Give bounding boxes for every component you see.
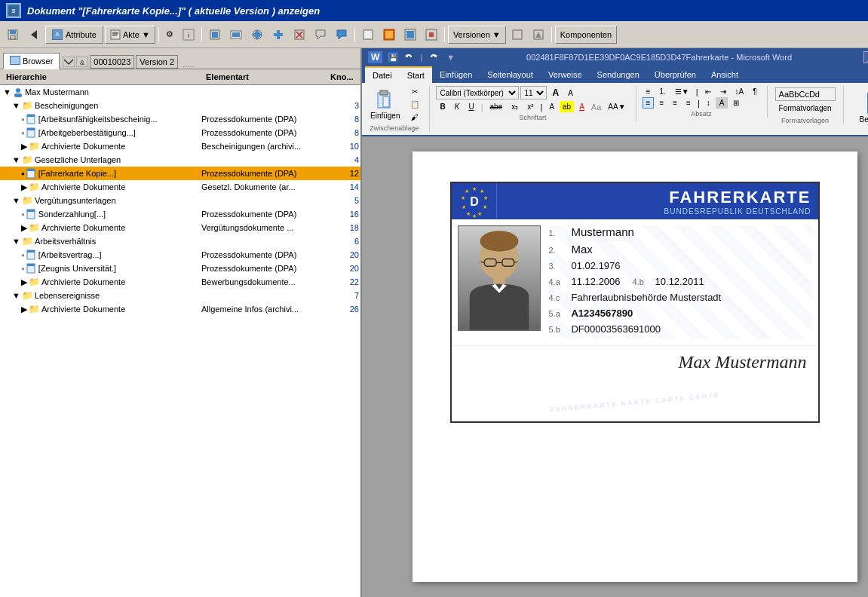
table-row[interactable]: ● [Arbeitsvertrag...] Prozessdokumente (… xyxy=(0,248,360,262)
numbering-button[interactable]: 1. xyxy=(655,86,669,97)
icon-btn-1[interactable] xyxy=(205,26,225,44)
table-row[interactable]: ▶ 📁 Archivierte Dokumente Bewerbungsdoku… xyxy=(0,275,360,289)
browser-tab-bar: Browser & 00010023 Version 2 ..... xyxy=(0,48,360,69)
tab-datei[interactable]: Datei xyxy=(365,66,400,83)
tab-seitenlayout[interactable]: Seitenlayout xyxy=(480,66,541,83)
icon-btn-6[interactable] xyxy=(311,26,330,44)
browser-icon-1[interactable] xyxy=(63,57,75,69)
table-row[interactable]: ▼ 📁 Vergütungsunterlagen 5 xyxy=(0,194,360,207)
signature-area: Max Mustermann xyxy=(452,345,818,378)
grow-font-button[interactable]: A xyxy=(548,86,563,100)
komponenten-button[interactable]: Komponenten xyxy=(555,26,618,44)
browser-tab-label: Browser xyxy=(23,57,53,66)
icon-btn-r3[interactable] xyxy=(400,26,420,44)
increase-indent-button[interactable]: ⇥ xyxy=(716,86,730,97)
align-left-button[interactable]: ≡ xyxy=(643,97,655,109)
folder-icon: 📁 xyxy=(29,304,40,314)
icon-btn-5[interactable] xyxy=(290,26,309,44)
align-center-button[interactable]: ≡ xyxy=(655,97,667,109)
doc-icon xyxy=(26,168,37,179)
table-row[interactable]: ▼ 📁 Gesetzliche Unterlagen 4 xyxy=(0,153,360,167)
tab-start[interactable]: Start xyxy=(400,66,432,83)
svg-marker-24 xyxy=(337,30,346,39)
align-sep: | xyxy=(698,99,700,108)
tab-verweise[interactable]: Verweise xyxy=(541,66,590,83)
folder-icon: 📁 xyxy=(22,100,33,111)
normal-style-btn[interactable]: AaBbCcDd xyxy=(775,87,836,101)
bullets-button[interactable]: ≡ xyxy=(643,86,655,97)
table-row[interactable]: ▶ 📁 Archivierte Dokumente Allgemeine Inf… xyxy=(0,302,360,316)
change-case-button[interactable]: AA▼ xyxy=(604,101,629,112)
table-row[interactable]: ▶ 📁 Archivierte Dokumente Gesetzl. Dokum… xyxy=(0,180,360,194)
icon-btn-r5[interactable] xyxy=(508,26,527,44)
col-header-hierarchie: Hierarchie xyxy=(3,71,203,83)
icon-btn-3[interactable] xyxy=(247,26,267,44)
table-row[interactable]: ▼ 📁 Lebensereignisse 7 xyxy=(0,289,360,302)
icon-btn-r1[interactable] xyxy=(358,26,378,44)
clipboard-btns: ✂ 📋 🖌 xyxy=(406,86,423,123)
copy-button[interactable]: 📋 xyxy=(406,99,423,110)
icon-btn-r6[interactable] xyxy=(529,26,548,44)
tab-ansicht[interactable]: Ansicht xyxy=(704,66,746,83)
bearbeiten-button[interactable]: Bearbeiten xyxy=(853,89,868,127)
borders-button[interactable]: ⊞ xyxy=(729,97,743,109)
show-formatting-button[interactable]: ¶ xyxy=(749,86,760,97)
table-row[interactable]: ▼ Max Mustermann xyxy=(0,85,360,99)
ribbon-tab-bar: Datei Start Einfügen Seitenlayout Verwei… xyxy=(362,66,868,83)
table-row[interactable]: ▼ 📁 Bescheinigungen 3 xyxy=(0,99,360,112)
cut-button[interactable]: ✂ xyxy=(406,86,423,97)
table-row[interactable]: ● Sonderzahlung[...] Prozessdokumente (D… xyxy=(0,207,360,221)
decrease-indent-button[interactable]: ⇤ xyxy=(701,86,715,97)
text-effects-button[interactable]: A xyxy=(545,101,558,112)
versionen-button[interactable]: Versionen ▼ xyxy=(448,26,506,44)
back-button[interactable] xyxy=(24,26,44,44)
minimize-button[interactable]: _ xyxy=(863,51,868,63)
redo-icon[interactable] xyxy=(427,51,439,63)
icon-btn-4[interactable] xyxy=(268,26,288,44)
shading-button[interactable]: A xyxy=(716,97,728,109)
icon-btn-r2[interactable] xyxy=(379,26,399,44)
icon-btn-2[interactable] xyxy=(226,26,246,44)
shrink-font-button[interactable]: A xyxy=(564,87,577,99)
table-row[interactable]: ● [Arbeitsunfähigkeitsbescheinig... Proz… xyxy=(0,112,360,126)
font-size-select[interactable]: 11 xyxy=(520,86,547,100)
sap-toolbar: A Attribute Akte ▼ ⚙ i xyxy=(0,21,868,48)
underline-button[interactable]: U xyxy=(465,101,477,112)
tab-einfuegen[interactable]: Einfügen xyxy=(432,66,480,83)
tab-ueberprufen[interactable]: Überprüfen xyxy=(647,66,704,83)
justify-button[interactable]: ≡ xyxy=(682,97,695,109)
save-button[interactable] xyxy=(3,26,23,44)
akte-button[interactable]: Akte ▼ xyxy=(105,26,155,44)
browser-icon-2[interactable]: & xyxy=(76,57,88,69)
font-color-button[interactable]: A xyxy=(575,101,588,112)
align-right-button[interactable]: ≡ xyxy=(669,97,681,109)
subscript-button[interactable]: x₂ xyxy=(508,101,522,112)
browser-tab[interactable]: Browser xyxy=(3,53,60,69)
icon-btn-7[interactable] xyxy=(332,26,351,44)
table-row[interactable]: ▼ 📁 Arbeitsverhältnis 6 xyxy=(0,234,360,248)
table-row[interactable]: ● [Arbeitgeberbestätigung...] Prozessdok… xyxy=(0,126,360,139)
table-row[interactable]: ● [Fahrerkarte Kopie...] Prozessdokument… xyxy=(0,167,360,180)
format-painter-button[interactable]: 🖌 xyxy=(406,112,423,123)
strikethrough-button[interactable]: abe xyxy=(486,101,506,112)
table-row[interactable]: ▶ 📁 Archivierte Dokumente Bescheinigunge… xyxy=(0,139,360,153)
table-row[interactable]: ▶ 📁 Archivierte Dokumente Vergütungsdoku… xyxy=(0,221,360,234)
undo-icon[interactable] xyxy=(403,51,416,63)
superscript-button[interactable]: x² xyxy=(523,101,537,112)
multilevel-button[interactable]: ☰▼ xyxy=(671,86,693,97)
info-button[interactable]: i xyxy=(179,26,198,44)
paste-button[interactable]: Einfügen xyxy=(365,87,405,122)
highlight-button[interactable]: ab xyxy=(560,101,574,112)
tab-sendungen[interactable]: Sendungen xyxy=(590,66,647,83)
sort-button[interactable]: ↕A xyxy=(732,86,748,97)
table-row[interactable]: ● [Zeugnis Universität.] Prozessdokument… xyxy=(0,262,360,275)
font-name-select[interactable]: Calibri (Textkörper) xyxy=(436,86,519,100)
italic-button[interactable]: K xyxy=(451,101,464,112)
paragraph-group: ≡ 1. ☰▼ | ⇤ ⇥ ↕A ¶ ≡ ≡ ≡ xyxy=(643,86,768,118)
attribute-button[interactable]: A Attribute xyxy=(45,26,103,44)
bold-button[interactable]: B xyxy=(436,101,449,112)
line-spacing-button[interactable]: ↕ xyxy=(703,97,714,109)
settings-button[interactable]: ⚙ xyxy=(162,26,177,44)
icon-btn-r4[interactable] xyxy=(422,26,441,44)
formatvorlagen-button[interactable]: Formatvorlagen xyxy=(775,103,836,114)
